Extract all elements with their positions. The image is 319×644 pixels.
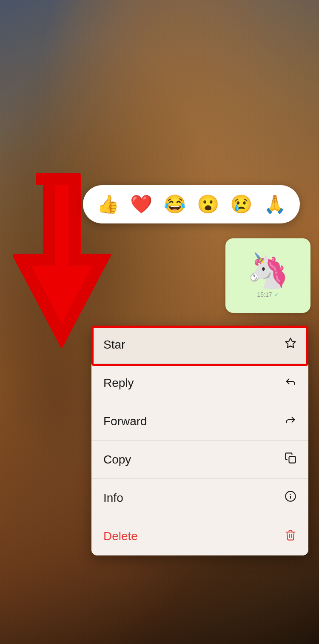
reaction-heart[interactable]: ❤️ <box>130 195 152 213</box>
menu-item-delete[interactable]: Delete <box>91 517 308 555</box>
reaction-cry[interactable]: 😢 <box>230 195 252 213</box>
svg-marker-2 <box>285 338 295 347</box>
menu-item-info[interactable]: Info <box>91 479 308 517</box>
check-mark: ✓ <box>274 291 279 298</box>
reply-icon <box>285 375 296 390</box>
star-icon <box>285 337 296 352</box>
menu-item-copy[interactable]: Copy <box>91 441 308 479</box>
menu-item-star[interactable]: Star <box>91 326 308 364</box>
menu-item-reply[interactable]: Reply <box>91 364 308 402</box>
copy-label: Copy <box>103 453 131 467</box>
message-time: 15:17 ✓ <box>257 291 279 298</box>
info-label: Info <box>103 491 123 505</box>
reaction-bar: 👍 ❤️ 😂 😮 😢 🙏 <box>83 185 300 223</box>
reaction-thumbsup[interactable]: 👍 <box>97 195 119 213</box>
context-menu: Star Reply Forward Copy <box>91 326 308 555</box>
menu-item-forward[interactable]: Forward <box>91 402 308 441</box>
reaction-laugh[interactable]: 😂 <box>164 195 186 213</box>
forward-icon <box>285 414 296 429</box>
trash-icon <box>285 529 296 544</box>
reply-label: Reply <box>103 376 134 390</box>
reaction-pray[interactable]: 🙏 <box>264 195 286 213</box>
svg-rect-3 <box>289 457 296 463</box>
message-content: 🦄 <box>247 254 289 288</box>
reaction-surprised[interactable]: 😮 <box>197 195 219 213</box>
info-icon <box>285 490 296 505</box>
forward-label: Forward <box>103 415 147 428</box>
delete-label: Delete <box>103 530 138 543</box>
time-text: 15:17 <box>257 291 272 298</box>
star-label: Star <box>103 338 125 352</box>
message-bubble: 🦄 15:17 ✓ <box>225 238 310 313</box>
copy-icon <box>285 452 296 467</box>
